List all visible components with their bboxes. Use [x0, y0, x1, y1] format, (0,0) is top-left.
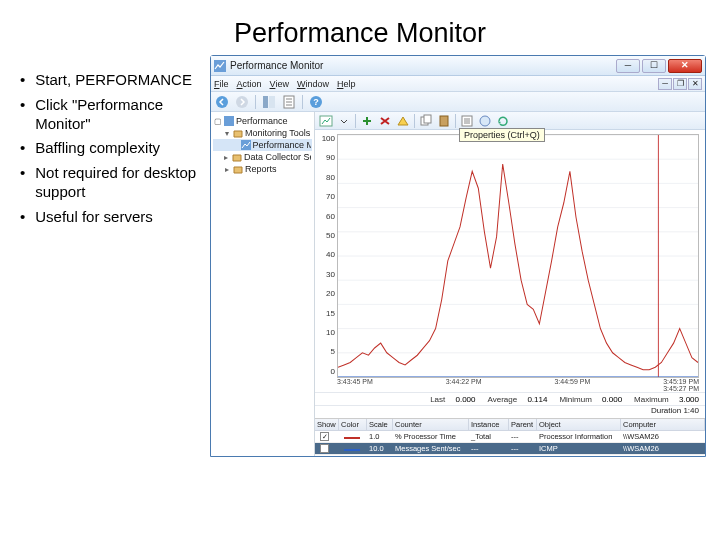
column-header[interactable]: Scale: [367, 419, 393, 430]
graph-properties-button[interactable]: Properties (Ctrl+Q): [459, 114, 475, 128]
update-button[interactable]: [495, 114, 511, 128]
tooltip: Properties (Ctrl+Q): [459, 128, 545, 142]
tree-root[interactable]: ▢ Performance: [213, 115, 312, 127]
y-tick: 50: [326, 231, 335, 240]
svg-point-2: [236, 96, 248, 108]
plot-box[interactable]: [337, 134, 699, 378]
svg-rect-3: [263, 96, 268, 108]
menu-help[interactable]: Help: [337, 79, 356, 89]
nav-tree[interactable]: ▢ Performance ▾ Monitoring Tools Perform…: [211, 112, 315, 456]
menubar: File Action View Window Help ─ ❐ ✕: [211, 76, 705, 92]
titlebar[interactable]: Performance Monitor ─ ☐ ✕: [211, 56, 705, 76]
menu-file[interactable]: File: [214, 79, 229, 89]
y-tick: 40: [326, 250, 335, 259]
window-title: Performance Monitor: [230, 60, 616, 71]
svg-text:?: ?: [313, 97, 319, 107]
svg-point-1: [216, 96, 228, 108]
mdi-restore-button[interactable]: ❐: [673, 78, 687, 90]
svg-rect-12: [424, 115, 431, 123]
y-tick: 60: [326, 212, 335, 221]
svg-rect-4: [269, 96, 275, 108]
slide-bullets: Start, PERFORMANCE Click "Performance Mo…: [10, 55, 210, 457]
y-tick: 20: [326, 289, 335, 298]
graph-toolbar: Properties (Ctrl+Q): [315, 112, 705, 130]
show-checkbox[interactable]: ✓: [320, 444, 329, 453]
duration-row: Duration 1:40: [315, 406, 705, 418]
y-tick: 0: [331, 367, 335, 376]
properties-button[interactable]: [281, 94, 297, 110]
svg-rect-0: [214, 60, 226, 72]
y-tick: 10: [326, 328, 335, 337]
y-tick: 70: [326, 192, 335, 201]
add-counter-button[interactable]: [359, 114, 375, 128]
counter-table[interactable]: ShowColorScaleCounterInstanceParentObjec…: [315, 418, 705, 456]
forward-button[interactable]: [234, 94, 250, 110]
copy-button[interactable]: [418, 114, 434, 128]
column-header[interactable]: Parent: [509, 419, 537, 430]
bullet-item: Start, PERFORMANCE: [35, 71, 192, 90]
slide-title: Performance Monitor: [0, 0, 720, 55]
table-row[interactable]: ✓10.0Messages Sent/sec------ICMP\\WSAM26: [315, 443, 705, 455]
column-header[interactable]: Show: [315, 419, 339, 430]
perfmon-window: Performance Monitor ─ ☐ ✕ File Action Vi…: [210, 55, 706, 457]
color-swatch: [344, 437, 360, 439]
bullet-item: Useful for servers: [35, 208, 153, 227]
main-toolbar: ?: [211, 92, 705, 112]
stats-row: Last 0.000 Average 0.114 Minimum 0.000 M…: [315, 392, 705, 406]
bullet-item: Not required for desktop support: [35, 164, 210, 202]
y-axis: 1009080706050403020151050: [317, 134, 337, 390]
view-dropdown-button[interactable]: [336, 114, 352, 128]
column-header[interactable]: Computer: [621, 419, 705, 430]
back-button[interactable]: [214, 94, 230, 110]
help-button[interactable]: ?: [308, 94, 324, 110]
highlight-button[interactable]: [395, 114, 411, 128]
column-header[interactable]: Object: [537, 419, 621, 430]
y-tick: 80: [326, 173, 335, 182]
counter-table-header[interactable]: ShowColorScaleCounterInstanceParentObjec…: [315, 419, 705, 431]
freeze-button[interactable]: [477, 114, 493, 128]
svg-rect-13: [440, 116, 448, 126]
column-header[interactable]: Counter: [393, 419, 469, 430]
svg-point-15: [480, 116, 490, 126]
svg-rect-8: [224, 116, 234, 126]
app-icon: [214, 60, 226, 72]
y-tick: 100: [322, 134, 335, 143]
maximize-button[interactable]: ☐: [642, 59, 666, 73]
column-header[interactable]: Instance: [469, 419, 509, 430]
column-header[interactable]: Color: [339, 419, 367, 430]
y-tick: 90: [326, 153, 335, 162]
bullet-item: Baffling complexity: [35, 139, 160, 158]
delete-counter-button[interactable]: [377, 114, 393, 128]
y-tick: 5: [331, 347, 335, 356]
bullet-item: Click "Performance Monitor": [35, 96, 210, 134]
tree-reports[interactable]: ▸ Reports: [213, 163, 312, 175]
close-button[interactable]: ✕: [668, 59, 702, 73]
y-tick: 15: [326, 309, 335, 318]
show-tree-button[interactable]: [261, 94, 277, 110]
tree-data-collector-sets[interactable]: ▸ Data Collector Sets: [213, 151, 312, 163]
tree-monitoring-tools[interactable]: ▾ Monitoring Tools: [213, 127, 312, 139]
mdi-close-button[interactable]: ✕: [688, 78, 702, 90]
chart-area: 1009080706050403020151050 3:43:45 PM 3:4…: [315, 130, 705, 392]
mdi-minimize-button[interactable]: ─: [658, 78, 672, 90]
paste-button[interactable]: [436, 114, 452, 128]
minimize-button[interactable]: ─: [616, 59, 640, 73]
tree-performance-monitor[interactable]: Performance Monitor: [213, 139, 312, 151]
menu-window[interactable]: Window: [297, 79, 329, 89]
menu-view[interactable]: View: [270, 79, 289, 89]
view-log-button[interactable]: [318, 114, 334, 128]
main-pane: Properties (Ctrl+Q) 10090807060504030201…: [315, 112, 705, 456]
y-tick: 30: [326, 270, 335, 279]
menu-action[interactable]: Action: [237, 79, 262, 89]
x-axis-labels: 3:43:45 PM 3:44:22 PM 3:44:59 PM 3:45:19…: [337, 378, 699, 392]
table-row[interactable]: ✓1.0% Processor Time_Total---Processor I…: [315, 431, 705, 443]
show-checkbox[interactable]: ✓: [320, 432, 329, 441]
color-swatch: [344, 449, 360, 451]
